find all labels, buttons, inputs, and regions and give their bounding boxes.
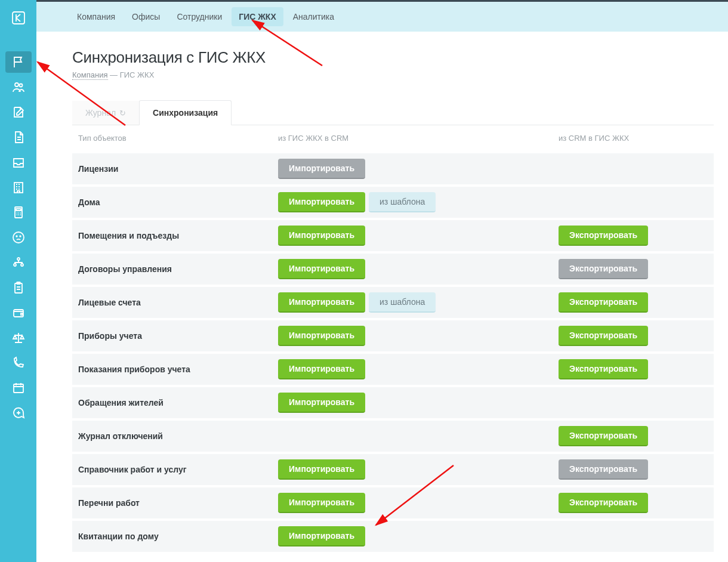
svg-point-5 bbox=[13, 232, 24, 243]
sidebar-item-scales[interactable] bbox=[5, 327, 32, 348]
table-row: Обращения жителейИмпортировать bbox=[72, 386, 714, 419]
export-button[interactable]: Экспортировать bbox=[559, 292, 648, 313]
sidebar-item-debtors[interactable] bbox=[5, 227, 32, 248]
logo-icon[interactable] bbox=[5, 5, 32, 31]
header-export: из CRM в ГИС ЖКХ bbox=[553, 125, 714, 152]
svg-point-7 bbox=[20, 236, 21, 237]
import-button[interactable]: Импортировать bbox=[278, 292, 365, 313]
sidebar-item-org[interactable] bbox=[5, 252, 32, 273]
row-export-cell: Экспортировать bbox=[553, 219, 714, 252]
sidebar-item-flag[interactable] bbox=[5, 51, 32, 73]
sidebar-item-phone[interactable] bbox=[5, 352, 32, 373]
table-row: Помещения и подъездыИмпортироватьЭкспорт… bbox=[72, 219, 714, 252]
breadcrumb: Компания — ГИС ЖКХ bbox=[72, 70, 714, 79]
table-row: Договоры управленияИмпортироватьЭкспорти… bbox=[72, 252, 714, 286]
svg-point-6 bbox=[16, 236, 17, 237]
sidebar-item-chat-plus[interactable] bbox=[5, 402, 32, 424]
import-button[interactable]: Импортировать bbox=[278, 359, 365, 379]
import-button[interactable]: Импортировать bbox=[278, 226, 365, 246]
svg-rect-0 bbox=[13, 12, 24, 24]
top-nav: КомпанияОфисыСотрудникиГИС ЖКХАналитика bbox=[36, 0, 728, 32]
import-button[interactable]: Импортировать bbox=[278, 192, 365, 212]
import-button[interactable]: Импортировать bbox=[278, 526, 365, 546]
row-import-cell: Импортироватьиз шаблона bbox=[272, 286, 553, 319]
sidebar-item-wallet[interactable] bbox=[5, 302, 32, 323]
topnav-Сотрудники[interactable]: Сотрудники bbox=[169, 7, 229, 26]
svg-rect-11 bbox=[15, 283, 22, 293]
export-button[interactable]: Экспортировать bbox=[559, 259, 648, 279]
sidebar-item-clipboard[interactable] bbox=[5, 277, 32, 298]
import-button[interactable]: Импортировать bbox=[278, 159, 365, 179]
row-import-cell: Импортироватьиз шаблона bbox=[272, 186, 553, 219]
row-import-cell: Импортировать bbox=[272, 319, 553, 353]
svg-point-2 bbox=[19, 84, 22, 87]
row-export-cell bbox=[553, 152, 714, 186]
row-export-cell bbox=[553, 520, 714, 553]
row-export-cell: Экспортировать bbox=[553, 319, 714, 353]
sidebar-item-inbox[interactable] bbox=[5, 152, 32, 173]
table-row: Справочник работ и услугИмпортироватьЭкс… bbox=[72, 453, 714, 486]
export-button[interactable]: Экспортировать bbox=[559, 226, 648, 246]
row-export-cell: Экспортировать bbox=[553, 252, 714, 286]
sidebar-item-building[interactable] bbox=[5, 177, 32, 198]
svg-point-10 bbox=[21, 264, 23, 266]
row-import-cell: Импортировать bbox=[272, 353, 553, 386]
page-title: Синхронизация с ГИС ЖКХ bbox=[72, 48, 714, 67]
sidebar-item-calculator[interactable] bbox=[5, 202, 32, 223]
row-export-cell: Экспортировать bbox=[553, 353, 714, 386]
row-export-cell bbox=[553, 386, 714, 419]
export-button[interactable]: Экспортировать bbox=[559, 326, 648, 346]
row-name: Квитанции по дому bbox=[72, 520, 272, 553]
row-import-cell: Импортировать bbox=[272, 386, 553, 419]
import-button[interactable]: Импортировать bbox=[278, 393, 365, 413]
header-type: Тип объектов bbox=[72, 125, 272, 152]
sidebar-item-document[interactable] bbox=[5, 126, 32, 148]
from-template-button[interactable]: из шаблона bbox=[369, 292, 436, 313]
row-name: Договоры управления bbox=[72, 252, 272, 286]
row-import-cell: Импортировать bbox=[272, 252, 553, 286]
topnav-Аналитика[interactable]: Аналитика bbox=[286, 7, 341, 26]
svg-point-9 bbox=[14, 264, 16, 266]
topnav-Офисы[interactable]: Офисы bbox=[125, 7, 167, 26]
row-import-cell: Импортировать bbox=[272, 453, 553, 486]
tabs: Журнал↻ Синхронизация bbox=[72, 100, 714, 125]
import-button[interactable]: Импортировать bbox=[278, 259, 365, 279]
sidebar-item-calendar[interactable] bbox=[5, 377, 32, 399]
left-sidebar bbox=[0, 0, 36, 562]
row-name: Журнал отключений bbox=[72, 419, 272, 453]
refresh-icon: ↻ bbox=[119, 109, 126, 118]
table-row: Перечни работИмпортироватьЭкспортировать bbox=[72, 486, 714, 520]
topnav-ГИС ЖКХ[interactable]: ГИС ЖКХ bbox=[232, 7, 283, 26]
svg-rect-14 bbox=[14, 384, 23, 393]
table-row: Лицевые счетаИмпортироватьиз шаблонаЭксп… bbox=[72, 286, 714, 319]
sidebar-item-users[interactable] bbox=[5, 76, 32, 98]
table-row: ЛицензииИмпортировать bbox=[72, 152, 714, 186]
import-button[interactable]: Импортировать bbox=[278, 459, 365, 480]
export-button[interactable]: Экспортировать bbox=[559, 459, 648, 480]
row-name: Лицевые счета bbox=[72, 286, 272, 319]
from-template-button[interactable]: из шаблона bbox=[369, 192, 436, 212]
topnav-Компания[interactable]: Компания bbox=[70, 7, 122, 26]
row-export-cell: Экспортировать bbox=[553, 286, 714, 319]
row-export-cell bbox=[553, 186, 714, 219]
row-name: Показания приборов учета bbox=[72, 353, 272, 386]
table-row: Журнал отключенийЭкспортировать bbox=[72, 419, 714, 453]
breadcrumb-link[interactable]: Компания bbox=[72, 70, 108, 80]
sidebar-item-edit[interactable] bbox=[5, 101, 32, 123]
export-button[interactable]: Экспортировать bbox=[559, 493, 648, 513]
svg-point-8 bbox=[17, 258, 20, 260]
row-import-cell bbox=[272, 419, 553, 453]
row-name: Дома bbox=[72, 186, 272, 219]
export-button[interactable]: Экспортировать bbox=[559, 359, 648, 379]
row-export-cell: Экспортировать bbox=[553, 419, 714, 453]
table-row: Показания приборов учетаИмпортироватьЭкс… bbox=[72, 353, 714, 386]
table-row: Квитанции по домуИмпортировать bbox=[72, 520, 714, 553]
sync-table: Тип объектов из ГИС ЖКХ в CRM из CRM в Г… bbox=[72, 125, 714, 554]
tab-journal[interactable]: Журнал↻ bbox=[72, 101, 139, 125]
tab-sync[interactable]: Синхронизация bbox=[139, 100, 232, 125]
row-import-cell: Импортировать bbox=[272, 219, 553, 252]
row-name: Приборы учета bbox=[72, 319, 272, 353]
export-button[interactable]: Экспортировать bbox=[559, 426, 648, 446]
import-button[interactable]: Импортировать bbox=[278, 326, 365, 346]
import-button[interactable]: Импортировать bbox=[278, 493, 365, 513]
